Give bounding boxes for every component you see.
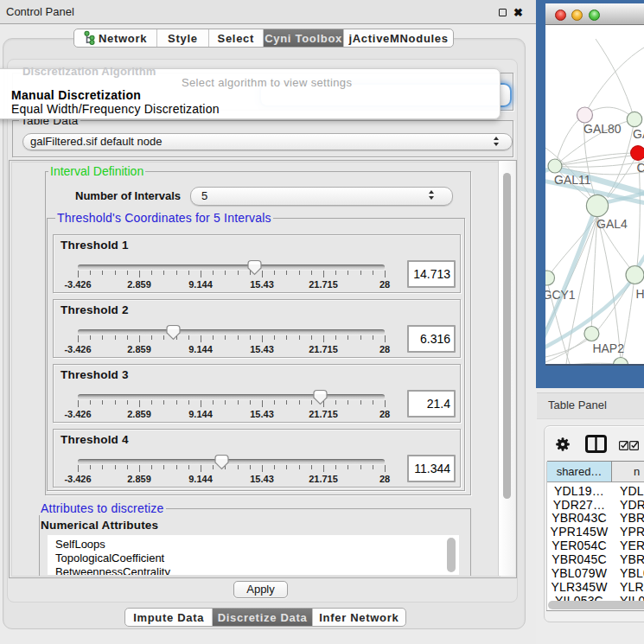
- svg-text:HAP2: HAP2: [592, 341, 624, 355]
- svg-text:GA: GA: [633, 127, 644, 141]
- svg-text:GCY1: GCY1: [545, 288, 576, 302]
- svg-text:GAL4: GAL4: [596, 217, 628, 231]
- svg-text:H: H: [636, 287, 644, 301]
- svg-text:GAL11: GAL11: [554, 173, 591, 187]
- svg-text:GAL80: GAL80: [583, 122, 622, 136]
- svg-text:C: C: [637, 161, 644, 175]
